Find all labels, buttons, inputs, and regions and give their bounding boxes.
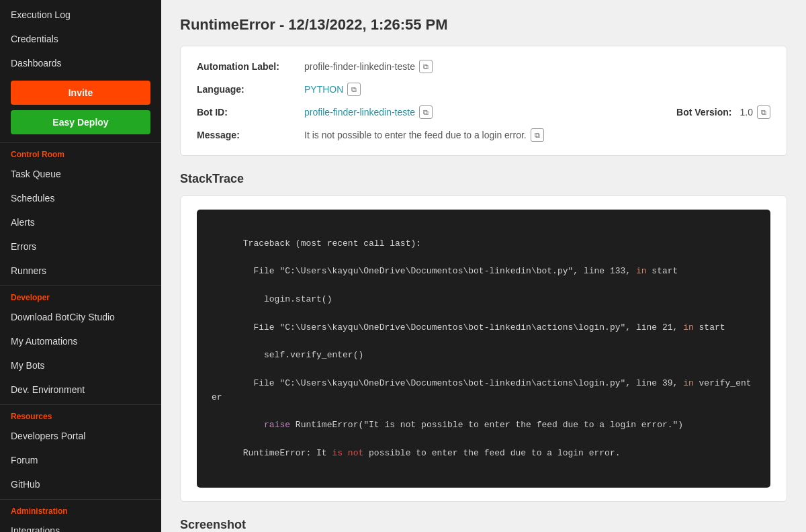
sidebar-item-dev-environment[interactable]: Dev. Environment [0, 378, 161, 402]
stacktrace-title: StackTrace [180, 172, 787, 186]
sidebar-item-my-automations[interactable]: My Automations [0, 329, 161, 353]
sidebar-item-errors[interactable]: Errors [0, 234, 161, 259]
sidebar-item-dashboards[interactable]: Dashboards [0, 51, 161, 75]
invite-button[interactable]: Invite [11, 81, 150, 105]
language-key: Language: [197, 84, 304, 95]
sidebar-item-runners[interactable]: Runners [0, 259, 161, 283]
sidebar-item-schedules[interactable]: Schedules [0, 186, 161, 210]
automation-label-value: profile-finder-linkedin-teste ⧉ [304, 60, 633, 73]
message-key: Message: [197, 130, 304, 140]
info-grid: Automation Label: profile-finder-linkedi… [197, 60, 770, 142]
language-copy-icon[interactable]: ⧉ [347, 83, 361, 96]
bot-version-copy-icon[interactable]: ⧉ [757, 105, 770, 119]
stacktrace-box: Traceback (most recent call last): File … [197, 210, 770, 488]
sidebar-section-resources: Resources [0, 404, 161, 424]
message-copy-icon[interactable]: ⧉ [531, 128, 544, 142]
sidebar-item-developers-portal[interactable]: Developers Portal [0, 424, 161, 448]
sidebar-section-administration: Administration [0, 499, 161, 519]
sidebar-top-section: Execution Log Credentials Dashboards [0, 0, 161, 75]
bot-version-key: Bot Version: [633, 107, 740, 118]
page-title: RuntimeError - 12/13/2022, 1:26:55 PM [180, 16, 787, 34]
automation-label-key: Automation Label: [197, 61, 304, 72]
info-card: Automation Label: profile-finder-linkedi… [180, 46, 787, 156]
sidebar-item-my-bots[interactable]: My Bots [0, 353, 161, 378]
screenshot-title: Screenshot [180, 518, 787, 532]
bot-version-value: 1.0 ⧉ [740, 105, 770, 119]
sidebar-item-execution-log[interactable]: Execution Log [0, 3, 161, 27]
sidebar-item-download-botcity-studio[interactable]: Download BotCity Studio [0, 305, 161, 329]
bot-id-key: Bot ID: [197, 107, 304, 118]
sidebar-item-forum[interactable]: Forum [0, 448, 161, 472]
sidebar: Execution Log Credentials Dashboards Inv… [0, 0, 161, 532]
main-content: RuntimeError - 12/13/2022, 1:26:55 PM Au… [161, 0, 806, 532]
easy-deploy-button[interactable]: Easy Deploy [11, 110, 150, 134]
sidebar-section-control-room: Control Room [0, 142, 161, 162]
sidebar-item-integrations[interactable]: Integrations [0, 519, 161, 532]
automation-label-copy-icon[interactable]: ⧉ [419, 60, 433, 73]
bot-id-copy-icon[interactable]: ⧉ [419, 105, 433, 119]
sidebar-item-credentials[interactable]: Credentials [0, 27, 161, 51]
sidebar-item-alerts[interactable]: Alerts [0, 210, 161, 234]
sidebar-section-developer: Developer [0, 285, 161, 305]
language-value: PYTHON ⧉ [304, 83, 633, 96]
message-value: It is not possible to enter the feed due… [304, 128, 770, 142]
sidebar-item-task-queue[interactable]: Task Queue [0, 162, 161, 186]
sidebar-item-github[interactable]: GitHub [0, 472, 161, 496]
stacktrace-card: Traceback (most recent call last): File … [180, 195, 787, 502]
bot-id-value: profile-finder-linkedin-teste ⧉ [304, 105, 633, 119]
